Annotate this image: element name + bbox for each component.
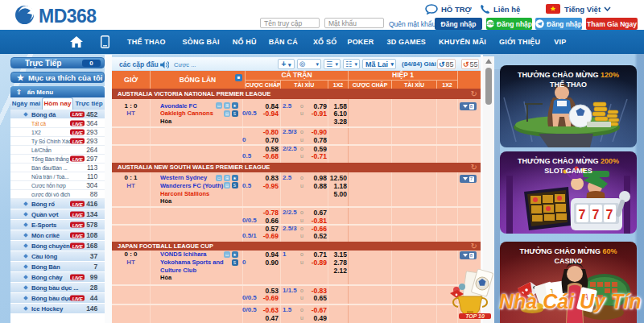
svg-text:TOP 10: TOP 10 [465,313,485,319]
svg-text:7: 7 [592,208,600,222]
svg-text:7: 7 [606,208,613,222]
svg-text:7: 7 [579,208,586,222]
svg-text:MD368: MD368 [39,6,97,26]
svg-text:LINE: LINE [486,22,494,26]
